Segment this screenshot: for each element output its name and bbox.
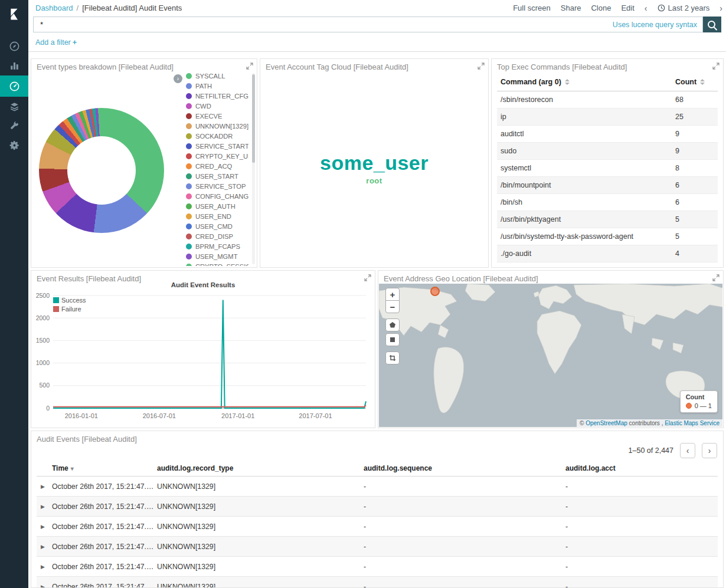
next-page-button[interactable]: › [702,443,717,458]
legend-item[interactable]: PATH [186,81,248,91]
legend-item[interactable]: CRYPTO_KEY_USER [186,151,248,161]
sidebar-item-management[interactable] [0,136,28,155]
clone-button[interactable]: Clone [591,4,611,12]
donut-chart[interactable] [39,108,164,233]
panel-title: Event types breakdown [Filebeat Auditd] [37,63,174,71]
time-forward-icon[interactable]: › [720,4,722,12]
breadcrumb-dashboard-link[interactable]: Dashboard [35,4,73,12]
geo-map[interactable]: + − Count [379,284,722,427]
legend-item[interactable]: EXECVE [186,111,248,121]
time-back-icon[interactable]: ‹ [645,4,647,12]
legend-swatch [186,264,192,267]
scrollbar-thumb[interactable] [252,74,255,163]
legend-item[interactable]: CONFIG_CHANGE [186,191,248,201]
sequence-column-header[interactable]: auditd.log.sequence [364,464,565,472]
table-row: sudo9 [497,143,718,160]
legend-item[interactable]: SERVICE_STOP [186,181,248,191]
table-row: ▶October 26th 2017, 15:21:47.728UNKNOWN[… [37,497,718,517]
expand-panel-icon[interactable] [364,274,371,281]
zoom-in-button[interactable]: + [385,288,400,301]
table-row: ▶October 26th 2017, 15:21:47.728UNKNOWN[… [37,517,718,537]
full-screen-button[interactable]: Full screen [513,4,551,12]
record-type-column-header[interactable]: auditd.log.record_type [157,464,364,472]
add-filter-label: Add a filter [35,38,71,47]
legend-item[interactable]: USER_AUTH [186,201,248,211]
count-column-header[interactable]: Count [672,78,718,86]
legend-scrollbar[interactable] [252,73,255,264]
legend-item[interactable]: SERVICE_START [186,141,248,151]
legend-label: CRYPTO_KEY_USER [195,153,248,160]
draw-rectangle-button[interactable] [385,333,400,346]
map-legend-title: Count [686,393,712,400]
sequence-cell: - [364,563,565,571]
acct-column-header[interactable]: auditd.log.acct [565,464,718,472]
acct-cell: - [565,523,718,531]
legend-swatch [53,297,59,303]
legend-item[interactable]: CRED_DISP [186,231,248,241]
sidebar-item-timelion[interactable] [0,97,28,116]
expand-panel-icon[interactable] [712,274,720,281]
expand-row-icon[interactable]: ▶ [37,564,52,570]
kibana-logo[interactable] [0,0,28,28]
time-picker[interactable]: Last 2 years [658,4,710,12]
top-menu: Full screen Share Clone Edit ‹ Last 2 ye… [513,4,722,12]
top-navbar: Dashboard / [Filebeat Auditd] Audit Even… [28,0,726,16]
openstreetmap-link[interactable]: OpenStreetMap [586,420,627,426]
legend-item[interactable]: USER_MGMT [186,251,248,261]
query-input[interactable] [39,19,608,29]
expand-panel-icon[interactable] [478,63,485,70]
share-button[interactable]: Share [561,4,581,12]
table-row: ./go-audit4 [497,245,718,262]
expand-row-icon[interactable]: ▶ [37,544,52,550]
sidebar-item-dev-tools[interactable] [0,116,28,136]
layers-icon [9,101,20,112]
legend-item[interactable]: USER_END [186,211,248,221]
legend-item[interactable]: BPRM_FCAPS [186,241,248,251]
tag-cloud-term[interactable]: root [366,177,382,185]
legend-item[interactable]: CWD [186,101,248,111]
sequence-cell: - [364,543,565,551]
draw-polygon-button[interactable] [385,318,400,331]
legend-item[interactable]: NETFILTER_CFG [186,91,248,101]
crop-bounds-button[interactable] [385,352,400,364]
expand-row-icon[interactable]: ▶ [37,584,52,588]
expand-panel-icon[interactable] [712,63,720,70]
sidebar-item-discover[interactable] [0,37,28,56]
legend-item[interactable]: UNKNOWN[1329] [186,121,248,131]
legend-item[interactable]: SYSCALL [186,71,248,81]
previous-page-button[interactable]: ‹ [680,443,695,458]
legend-item[interactable]: SOCKADDR [186,131,248,141]
legend-label: USER_AUTH [195,203,236,210]
legend-label: NETFILTER_CFG [195,93,248,100]
legend-item[interactable]: CRED_ACQ [186,161,248,171]
expand-panel-icon[interactable] [246,63,253,70]
legend-item[interactable]: USER_CMD [186,221,248,231]
zoom-out-button[interactable]: − [385,300,400,313]
legend-item[interactable]: CRYPTO_SESSION [186,261,248,266]
sidebar-item-dashboard[interactable] [0,75,28,97]
query-bar: Uses lucene query syntax [28,16,726,34]
count-cell: 8 [672,164,718,172]
add-filter-button[interactable]: Add a filter+ [35,38,77,47]
legend-item[interactable]: USER_START [186,171,248,181]
legend-swatch [186,183,192,189]
geo-point-marker[interactable] [430,287,440,296]
sidebar-item-visualize[interactable] [0,56,28,75]
lucene-syntax-link[interactable]: Uses lucene query syntax [613,21,697,29]
expand-row-icon[interactable]: ▶ [37,484,52,490]
legend-item[interactable]: Success [53,297,86,304]
legend-toggle-icon[interactable]: › [174,74,182,83]
legend-label: USER_END [195,213,231,220]
edit-button[interactable]: Edit [621,4,634,12]
search-button[interactable] [703,17,721,32]
time-column-header[interactable]: Time ▾ [52,464,157,472]
expand-row-icon[interactable]: ▶ [37,504,52,510]
panel-title: Audit Events [Filebeat Auditd] [37,435,137,444]
legend-item[interactable]: Failure [53,306,86,313]
elastic-maps-service-link[interactable]: Elastic Maps Service [665,420,720,426]
results-legend: SuccessFailure [53,297,86,313]
expand-row-icon[interactable]: ▶ [37,524,52,530]
command-cell: /bin/sh [497,198,672,206]
command-column-header[interactable]: Command (arg 0) [497,78,672,86]
tag-cloud-term[interactable]: some_user [320,153,429,174]
